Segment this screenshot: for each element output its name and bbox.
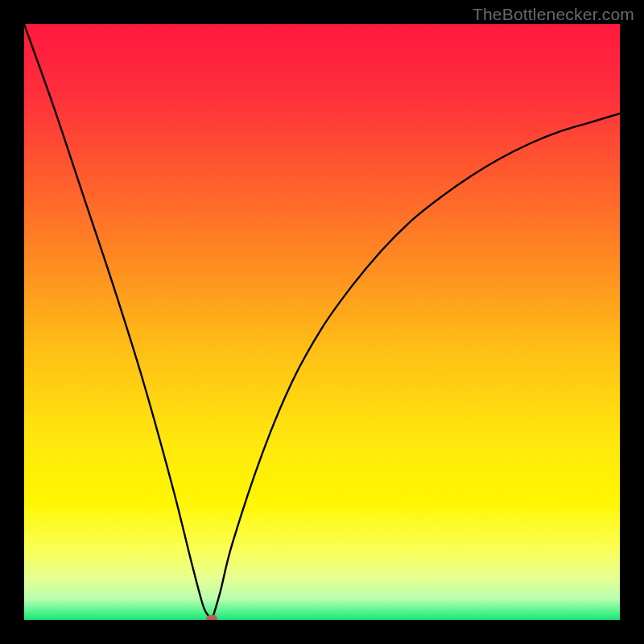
chart-frame: TheBottlenecker.com [0, 0, 644, 644]
bottleneck-curve [24, 24, 620, 620]
watermark-text: TheBottlenecker.com [473, 5, 634, 24]
optimal-point-marker [206, 615, 217, 620]
plot-area [24, 24, 620, 620]
